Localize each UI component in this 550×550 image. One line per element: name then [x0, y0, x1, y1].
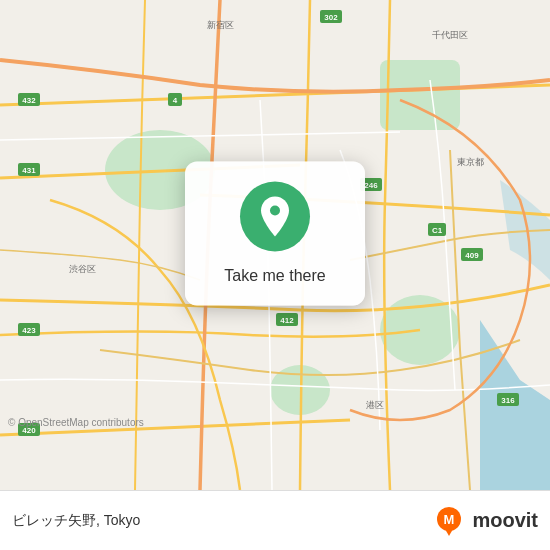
svg-text:409: 409 [465, 251, 479, 260]
svg-text:316: 316 [501, 396, 515, 405]
svg-text:302: 302 [324, 13, 338, 22]
district-minato: 港区 [366, 400, 384, 410]
moovit-logo: M moovit [434, 506, 538, 536]
take-me-there-button[interactable]: Take me there [224, 263, 325, 289]
pin-icon-container [240, 181, 310, 251]
svg-point-30 [270, 205, 280, 215]
svg-rect-4 [380, 60, 460, 130]
svg-marker-33 [445, 529, 453, 536]
svg-text:423: 423 [22, 326, 36, 335]
map-attribution: © OpenStreetMap contributors [8, 417, 144, 428]
district-chiyoda: 千代田区 [432, 30, 468, 40]
map-container: 新宿区 千代田区 東京都 渋谷区 港区 302 432 4 431 246 C1… [0, 0, 550, 490]
svg-text:431: 431 [22, 166, 36, 175]
bottom-bar: ビレッチ矢野, Tokyo M moovit [0, 490, 550, 550]
district-tokyo: 東京都 [457, 157, 484, 167]
svg-text:M: M [444, 512, 455, 527]
svg-text:C1: C1 [432, 226, 443, 235]
svg-text:4: 4 [173, 96, 178, 105]
svg-text:412: 412 [280, 316, 294, 325]
location-name: ビレッチ矢野, Tokyo [12, 512, 434, 530]
svg-text:432: 432 [22, 96, 36, 105]
svg-text:246: 246 [364, 181, 378, 190]
district-shibuya: 渋谷区 [69, 264, 96, 274]
navigation-card: Take me there [185, 161, 365, 305]
district-shinjuku: 新宿区 [207, 20, 234, 30]
moovit-text: moovit [472, 509, 538, 532]
